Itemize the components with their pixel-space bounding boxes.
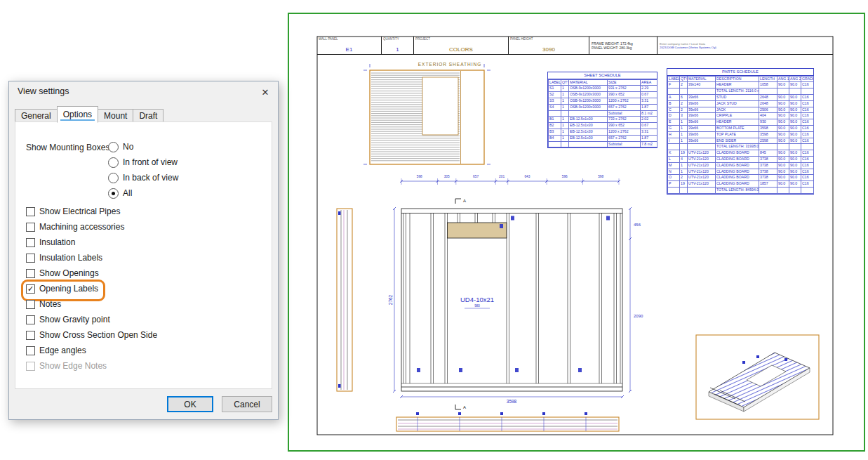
tab-mount[interactable]: Mount [98,109,133,122]
svg-text:598: 598 [417,175,422,178]
checkbox-show-openings[interactable]: Show Openings [26,268,99,279]
close-icon: ✕ [262,87,269,98]
tb-project-value: COLORS [414,46,508,53]
tb-project-label: PROJECT [415,37,430,41]
sheathing-opening [422,77,458,135]
checkbox-box-icon [26,315,35,324]
checkbox-box-icon [26,346,35,355]
tb-company: Enter company name / Local Data 2023-DGB… [657,37,833,54]
radio-in-back-of-view[interactable]: In back of view [108,172,178,183]
dim-left-height: 2762 [388,294,393,305]
checkbox-show-edge-notes: Show Edge Notes [26,360,107,372]
opening-label: UD4-10x21 [460,296,494,303]
view-settings-dialog: View settings ✕ GeneralOptionsMountDraft… [8,81,279,420]
checkbox-box-icon [26,254,35,263]
checkbox-show-gravity-point[interactable]: Show Gravity point [26,314,110,325]
svg-text:596: 596 [562,175,568,178]
radio-button-icon [108,142,119,152]
checkbox-label: Opening Labels [39,284,98,294]
tb-panel-height: PANEL HEIGHT 3090 [509,37,589,54]
tb-quantity-value: 1 [382,46,413,53]
tb-quantity: QUANTITY 1 [382,37,414,54]
checkbox-label: Show Gravity point [39,315,110,324]
radio-label: All [123,188,132,198]
svg-text:657: 657 [473,175,479,178]
svg-text:305: 305 [444,175,450,178]
checkbox-box-icon [26,223,35,232]
tab-strip: GeneralOptionsMountDraft [15,105,163,122]
radio-all[interactable]: All [108,188,132,199]
tb-wall-panel-label: WALL PANEL [319,37,338,41]
svg-text:201: 201 [499,175,505,178]
title-block: WALL PANEL E1 QUANTITY 1 PROJECT COLORS … [317,37,833,55]
radio-label: In front of view [123,157,178,167]
dialog-title: View settings [18,86,69,96]
checkbox-insulation[interactable]: Insulation [26,237,75,248]
dim-right-top: 456 [634,223,641,227]
checkbox-label: Show Cross Section Open Side [39,330,157,340]
section-mark-bottom: A [463,405,466,409]
radio-in-front-of-view[interactable]: In front of view [108,157,178,168]
tb-weights: FRAME WEIGHT: 172.4kg PANEL WEIGHT: 280.… [589,37,657,54]
svg-text:643: 643 [524,175,530,178]
checkbox-box-icon: ✓ [26,284,35,294]
cad-sheet-viewport[interactable]: EXTERIOR SHEATHING 598305657201643596598 [288,13,865,452]
tab-draft[interactable]: Draft [133,109,163,122]
tb-wall-panel: WALL PANEL E1 [317,37,382,54]
tb-customer: 2023-DGB Customer (Vertex Systems Oy) [660,46,833,49]
tb-panel-height-value: 3090 [509,46,589,53]
checkbox-box-icon [26,269,35,278]
section-mark-top: A [463,199,466,203]
checkbox-label: Edge angles [39,346,86,355]
opening-width-dim: 980 [474,304,480,308]
checkbox-label: Notes [39,299,61,309]
checkbox-edge-angles[interactable]: Edge angles [26,345,86,356]
cancel-button[interactable]: Cancel [222,396,272,412]
ok-button[interactable]: OK [167,396,213,412]
checkbox-machining-accessories[interactable]: Machining accessories [26,221,124,232]
checkbox-opening-labels[interactable]: ✓Opening Labels [26,283,98,294]
sheet-schedule-table: SHEET SCHEDULELABELQTYMATERIALSIZEAREAS1… [547,72,657,148]
checkbox-label: Machining accessories [39,222,124,232]
checkbox-label: Show Electrical Pipes [39,206,120,216]
checkbox-box-icon [26,362,35,371]
mounting-boxes-label: Show Mounting Boxes [26,143,109,152]
checkbox-label: Insulation Labels [39,253,102,263]
tb-panel-weight: PANEL WEIGHT: 280.3kg [592,46,657,50]
checkbox-label: Show Edge Notes [39,361,107,371]
checkbox-box-icon [26,300,35,309]
tb-quantity-label: QUANTITY [383,37,399,41]
options-tab-panel: Show Mounting Boxes NoIn front of viewIn… [15,121,272,389]
dim-right-bottom: 2090 [634,314,643,318]
dim-bottom-width: 3598 [507,399,517,404]
checkbox-show-cross-section-open-side[interactable]: Show Cross Section Open Side [26,329,157,341]
radio-label: In back of view [123,173,178,183]
radio-button-icon [108,173,119,183]
parts-schedule-table: PARTS SCHEDULELABELQTYMATERIALDESCRIPTIO… [667,68,814,195]
radio-button-icon [108,157,119,168]
checkbox-box-icon [26,331,35,340]
checkbox-box-icon [26,238,35,247]
svg-text:598: 598 [598,175,603,178]
isometric-view [696,335,819,419]
checkbox-show-electrical-pipes[interactable]: Show Electrical Pipes [26,206,120,217]
checkbox-insulation-labels[interactable]: Insulation Labels [26,252,102,263]
opening-header-beam [448,223,507,238]
tb-project: PROJECT COLORS [414,37,509,54]
sheathing-title: EXTERIOR SHEATHING [418,62,481,67]
radio-label: No [123,142,133,152]
checkbox-notes[interactable]: Notes [26,298,61,310]
checkbox-label: Show Openings [39,268,99,278]
tab-general[interactable]: General [15,109,58,122]
side-section-view [337,209,352,391]
checkbox-box-icon [26,207,35,216]
radio-button-icon [108,188,119,199]
frame-elevation [401,209,622,391]
tab-options[interactable]: Options [57,106,98,123]
tb-wall-panel-value: E1 [317,46,381,53]
tb-panel-height-label: PANEL HEIGHT [510,37,533,41]
radio-no[interactable]: No [108,141,133,152]
close-button[interactable]: ✕ [253,81,278,103]
checkbox-label: Insulation [39,237,75,247]
